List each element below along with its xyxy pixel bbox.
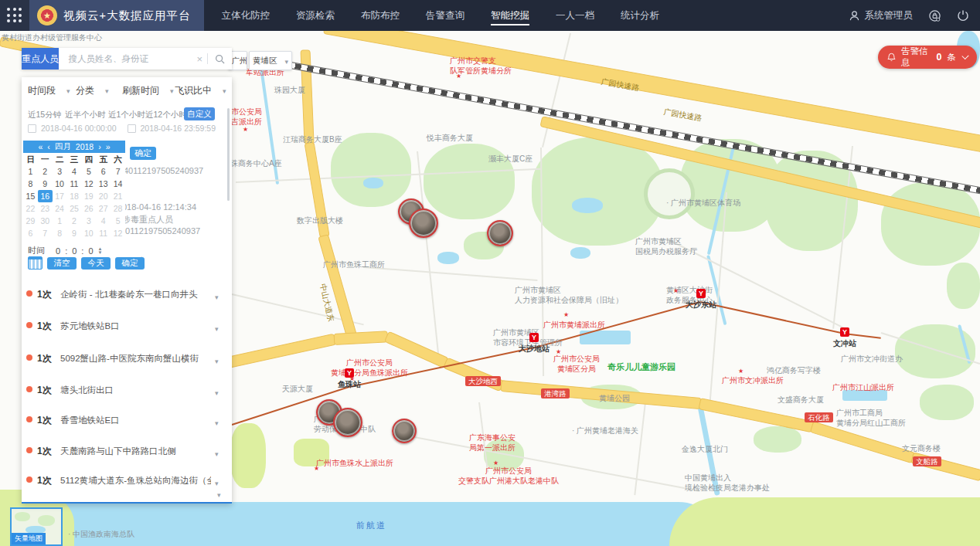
hit-location-row[interactable]: 1次 香雪地铁站E口 xyxy=(22,412,232,428)
calendar-day-cell[interactable]: 17 xyxy=(53,190,67,202)
calendar-day-cell[interactable]: 6 xyxy=(96,165,111,178)
calendar-confirm-button[interactable]: 确定 xyxy=(130,147,156,160)
calendar-day-cell[interactable]: 21 xyxy=(111,190,125,202)
calendar-day-cell[interactable]: 9 xyxy=(38,178,53,190)
calendar-day-cell[interactable]: 3 xyxy=(53,165,67,178)
confirm-button[interactable]: 确定 xyxy=(115,257,145,270)
hit-location-row[interactable]: 1次 企岭街 - 北1巷秦岭东一巷口向井头 xyxy=(22,287,232,302)
minimap-toggle[interactable]: 矢量地图 xyxy=(10,507,63,546)
hit-location-row[interactable]: 1次 天麓南路与山下中路路口北侧 xyxy=(22,443,232,459)
calendar-day-cell[interactable]: 28 xyxy=(111,202,125,215)
quick-time-range[interactable]: 近12个小时 xyxy=(145,110,187,120)
calendar-day-cell[interactable]: 8 xyxy=(53,227,67,239)
calendar-day-cell[interactable]: 5 xyxy=(81,165,96,178)
calendar-day-cell[interactable]: 12 xyxy=(111,227,125,239)
clear-button[interactable]: 清空 xyxy=(47,257,77,270)
calendar-day-cell[interactable]: 14 xyxy=(111,178,125,190)
calendar-day-cell[interactable]: 9 xyxy=(67,227,82,239)
clear-search-icon[interactable]: × xyxy=(192,53,207,65)
nav-menu-item[interactable]: 布防布控 xyxy=(361,9,400,22)
date-checkbox[interactable] xyxy=(128,124,136,133)
calendar-day-cell[interactable]: 29 xyxy=(23,215,38,227)
calendar-day-cell[interactable]: 19 xyxy=(81,190,96,202)
calendar-day-cell[interactable]: 15 xyxy=(23,190,38,202)
calendar-day-cell[interactable]: 22 xyxy=(23,202,38,215)
quick-time-range[interactable]: 近半个小时 xyxy=(65,110,106,120)
next-month-button[interactable]: › xyxy=(98,142,101,151)
nav-menu-item[interactable]: 资源检索 xyxy=(296,9,335,22)
prev-year-button[interactable]: « xyxy=(38,142,43,151)
second-field[interactable]: 0 xyxy=(88,246,93,256)
person-hit-avatar-marker[interactable] xyxy=(409,209,438,238)
calendar-day-cell[interactable]: 27 xyxy=(96,202,111,215)
search-icon[interactable] xyxy=(208,54,232,64)
calendar-day-cell[interactable]: 6 xyxy=(23,227,38,239)
date-checkbox[interactable] xyxy=(28,124,36,133)
search-input[interactable] xyxy=(59,54,192,63)
calendar-day-cell[interactable]: 4 xyxy=(67,165,82,178)
expand-row-icon[interactable] xyxy=(215,353,219,367)
calendar-day-cell[interactable]: 23 xyxy=(38,202,53,215)
expand-row-icon[interactable] xyxy=(215,415,219,429)
nav-menu-item[interactable]: 一人一档 xyxy=(556,9,594,22)
nav-menu-item[interactable]: 立体化防控 xyxy=(221,9,270,22)
hour-field[interactable]: 0 xyxy=(56,246,60,256)
calendar-day-cell[interactable]: 13 xyxy=(96,178,111,190)
custom-range-button[interactable]: 自定义 xyxy=(184,107,215,120)
panel-scrollbar[interactable] xyxy=(227,108,230,201)
calendar-day-cell[interactable]: 1 xyxy=(23,165,38,178)
nav-menu-item[interactable]: 智能挖掘 xyxy=(491,9,529,22)
calendar-day-cell[interactable]: 10 xyxy=(81,227,96,239)
calendar-day-cell[interactable]: 7 xyxy=(38,227,53,239)
calendar-day-cell[interactable]: 2 xyxy=(67,215,82,227)
calendar-day-cell[interactable]: 11 xyxy=(96,227,111,239)
calendar-day-cell[interactable]: 10 xyxy=(53,178,67,190)
filter-dropdown[interactable]: 刷新时间 xyxy=(122,84,174,97)
person-hit-avatar-marker[interactable] xyxy=(333,408,362,437)
quick-time-range[interactable]: 近15分钟 xyxy=(28,110,61,120)
nav-menu-item[interactable]: 统计分析 xyxy=(621,9,659,22)
calendar-day-cell[interactable]: 2 xyxy=(38,165,53,178)
calendar-day-cell[interactable]: 4 xyxy=(96,215,111,227)
calendar-day-cell[interactable]: 26 xyxy=(81,202,96,215)
next-year-button[interactable]: » xyxy=(106,142,111,151)
calendar-day-cell[interactable]: 24 xyxy=(53,202,67,215)
calendar-day-cell[interactable]: 30 xyxy=(38,215,53,227)
calendar-day-cell[interactable]: 20 xyxy=(96,190,111,202)
key-person-tab[interactable]: 重点人员 xyxy=(22,48,59,70)
logout-button[interactable] xyxy=(957,9,969,22)
alarm-info-pill[interactable]: 告警信息 0 条 xyxy=(878,46,977,69)
date-from-field[interactable]: 2018-04-16 00:00:00 xyxy=(41,124,117,133)
filter-dropdown[interactable]: 分类 xyxy=(76,84,109,97)
hit-location-row[interactable]: 1次 苏元地铁站B口 xyxy=(22,318,232,334)
calendar-day-cell[interactable]: 7 xyxy=(111,165,125,178)
security-settings-button[interactable] xyxy=(928,9,941,22)
app-grid-button[interactable] xyxy=(0,0,29,31)
today-button[interactable]: 今天 xyxy=(81,257,111,270)
calendar-month[interactable]: 四月 xyxy=(55,141,71,152)
district-select[interactable]: 黄埔区 xyxy=(249,51,292,70)
expand-row-icon[interactable] xyxy=(215,289,219,303)
calendar-day-cell[interactable]: 25 xyxy=(67,202,82,215)
person-hit-avatar-marker[interactable] xyxy=(487,220,513,246)
filter-dropdown[interactable]: 飞识比中 xyxy=(175,84,226,97)
hit-location-row[interactable]: 1次 塘头北街出口 xyxy=(22,382,232,398)
calendar-toggle-button[interactable] xyxy=(28,256,43,270)
calendar-day-cell[interactable]: 18 xyxy=(67,190,82,202)
hit-location-row[interactable]: 1次 5092蟹山路-中医院东南向蟹山横街 xyxy=(22,351,232,366)
date-to-field[interactable]: 2018-04-16 23:59:59 xyxy=(141,124,216,133)
minute-field[interactable]: 0 xyxy=(72,246,77,256)
calendar-day-cell[interactable]: 16 xyxy=(38,190,53,202)
calendar-day-cell[interactable]: 3 xyxy=(81,215,96,227)
calendar-year[interactable]: 2018 xyxy=(76,142,94,151)
quick-time-range[interactable]: 近1个小时 xyxy=(108,110,145,120)
hit-location-row[interactable]: 1次 5112黄埔大道东-鱼珠总站向海边街（全） xyxy=(22,473,232,488)
nav-menu-item[interactable]: 告警查询 xyxy=(426,9,464,22)
filter-dropdown[interactable]: 时间段 xyxy=(28,84,70,97)
scroll-more-icon[interactable] xyxy=(217,487,221,500)
expand-row-icon[interactable] xyxy=(215,446,219,460)
calendar-day-cell[interactable]: 12 xyxy=(81,178,96,190)
person-hit-avatar-marker[interactable] xyxy=(392,419,417,443)
expand-row-icon[interactable] xyxy=(215,320,219,334)
expand-row-icon[interactable] xyxy=(215,385,219,398)
